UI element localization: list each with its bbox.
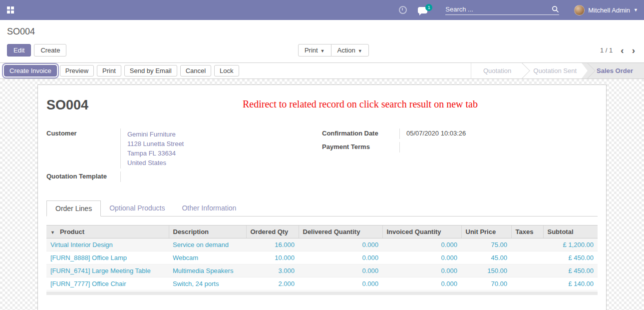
col-header-subtotal[interactable]: Subtotal [543,226,598,238]
pager-next-icon[interactable]: › [632,46,635,55]
confirmation-date-value: 05/07/2020 10:03:26 [399,128,598,139]
order-line-row[interactable]: [FURN_8888] Office Lamp Webcam 10.000 0.… [46,252,598,264]
avatar [574,5,585,16]
cell-product: [FURN_6741] Large Meeting Table [46,264,169,278]
cell-product: [FURN_7777] Office Chair [46,278,169,290]
cell-subtotal: £ 450.00 [543,264,598,278]
tab-optional-products[interactable]: Optional Products [101,200,173,216]
pager-previous-icon[interactable]: ‹ [621,46,624,55]
cell-unit-price: 45.00 [461,252,511,264]
col-header-product-label: Product [60,228,84,236]
tab-other-information[interactable]: Other Information [173,200,245,216]
customer-street: 1128 Lunetta Street [127,139,322,148]
action-dropdown-button[interactable]: Action▼ [331,44,369,56]
customer-field: Customer Gemini Furniture 1128 Lunetta S… [46,128,322,168]
tab-order-lines[interactable]: Order Lines [46,200,101,216]
order-lines-table: ▼Product Description Ordered Qty Deliver… [46,225,598,290]
customer-label: Customer [46,128,120,168]
print-label: Print [305,46,318,54]
confirmation-date-field: Confirmation Date 05/07/2020 10:03:26 [322,128,598,139]
quotation-template-field: Quotation Template [46,172,322,182]
cell-subtotal: £ 140.00 [543,278,598,290]
cancel-button[interactable]: Cancel [180,65,211,76]
order-line-row[interactable]: Virtual Interior Design Service on deman… [46,238,598,252]
cell-delivered-qty: 0.000 [299,252,382,264]
cell-ordered-qty: 16.000 [246,238,299,252]
col-header-unit-price[interactable]: Unit Price [461,226,511,238]
col-header-delivered-quantity[interactable]: Delivered Quantity [299,226,382,238]
lock-button[interactable]: Lock [214,65,239,76]
chevron-down-icon: ▼ [321,48,325,54]
payment-terms-field: Payment Terms [322,142,598,152]
breadcrumb: SO004 [7,26,637,37]
list-options-caret-icon[interactable]: ▼ [50,230,55,235]
search-icon[interactable] [552,6,559,13]
user-name: Mitchell Admin [588,6,630,14]
payment-terms-value[interactable] [399,142,598,152]
cell-product: [FURN_8888] Office Lamp [46,252,169,264]
quotation-template-value[interactable] [120,172,322,182]
cell-delivered-qty: 0.000 [299,278,382,290]
create-button[interactable]: Create [34,44,66,56]
cell-taxes [511,278,543,290]
cell-delivered-qty: 0.000 [299,238,382,252]
cell-ordered-qty: 2.000 [246,278,299,290]
order-line-row[interactable]: [FURN_6741] Large Meeting Table Multimed… [46,264,598,278]
chevron-down-icon: ▼ [634,8,638,12]
cell-invoiced-qty: 0.000 [382,264,461,278]
chevron-down-icon: ▼ [358,48,362,54]
form-sheet: SO004 Redirect to related record on clic… [37,84,607,310]
cell-description: Switch, 24 ports [169,278,246,290]
quotation-template-label: Quotation Template [46,172,120,182]
payment-terms-label: Payment Terms [322,142,399,152]
customer-name[interactable]: Gemini Furniture [127,130,322,139]
top-navbar: 1 Mitchell Admin ▼ [0,0,644,20]
print-button[interactable]: Print [97,65,121,76]
col-header-description[interactable]: Description [169,226,246,238]
cell-taxes [511,264,543,278]
status-bar: Create Invoice Preview Print Send by Ema… [0,62,644,79]
red-annotation-text: Redirect to related record on click sear… [243,98,478,110]
send-by-email-button[interactable]: Send by Email [124,65,177,76]
col-header-invoiced-quantity[interactable]: Invoiced Quantity [382,226,461,238]
search-input[interactable] [445,6,552,13]
edit-button[interactable]: Edit [7,44,31,56]
table-header-row: ▼Product Description Ordered Qty Deliver… [46,226,598,238]
cell-unit-price: 150.00 [461,264,511,278]
cell-ordered-qty: 10.000 [246,252,299,264]
cell-description: Service on demand [169,238,246,252]
col-header-product[interactable]: ▼Product [46,226,169,238]
control-panel: SO004 Edit Create Print▼ Action▼ 1 / 1 ‹… [0,20,644,62]
form-view-background: SO004 Redirect to related record on clic… [0,79,644,310]
cell-subtotal: £ 1,200.00 [543,238,598,252]
col-header-ordered-qty[interactable]: Ordered Qty [246,226,299,238]
cell-unit-price: 75.00 [461,238,511,252]
step-quotation[interactable]: Quotation [472,63,522,78]
customer-value[interactable]: Gemini Furniture 1128 Lunetta Street Tam… [120,128,322,168]
cell-product: Virtual Interior Design [46,238,169,252]
statusbar-steps: Quotation Quotation Sent Sales Order [471,63,644,78]
cell-subtotal: £ 450.00 [543,252,598,264]
message-count-badge: 1 [425,4,432,11]
customer-country: United States [127,158,322,168]
messages-menu[interactable]: 1 [418,7,427,14]
activities-clock-icon[interactable] [399,6,407,14]
create-invoice-button[interactable]: Create Invoice [4,65,57,76]
order-line-row[interactable]: [FURN_7777] Office Chair Switch, 24 port… [46,278,598,290]
step-quotation-sent[interactable]: Quotation Sent [522,63,588,78]
cell-description: Multimedia Speakers [169,264,246,278]
confirmation-date-label: Confirmation Date [322,128,399,139]
pager-value[interactable]: 1 / 1 [600,46,613,54]
apps-menu-icon[interactable] [7,6,14,14]
cell-description: Webcam [169,252,246,264]
cell-invoiced-qty: 0.000 [382,252,461,264]
user-menu[interactable]: Mitchell Admin ▼ [574,5,638,16]
preview-button[interactable]: Preview [60,65,94,76]
table-footer-strip [46,292,598,295]
global-search [445,6,559,15]
cell-invoiced-qty: 0.000 [382,278,461,290]
customer-city: Tampa FL 33634 [127,148,322,158]
print-dropdown-button[interactable]: Print▼ [298,44,331,56]
cell-taxes [511,252,543,264]
col-header-taxes[interactable]: Taxes [511,226,543,238]
